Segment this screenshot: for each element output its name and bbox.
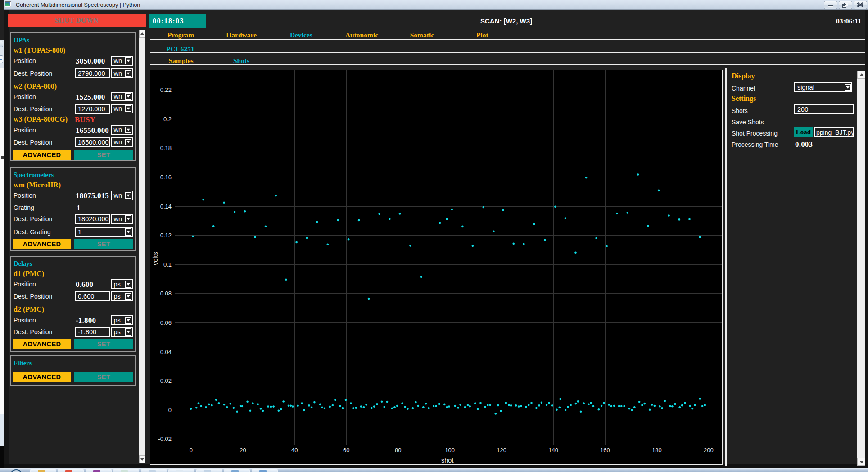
svg-text:0.12: 0.12 <box>160 232 172 239</box>
svg-text:180: 180 <box>652 447 662 454</box>
svg-text:0.18: 0.18 <box>160 145 172 151</box>
svg-text:0.22: 0.22 <box>160 86 172 93</box>
svg-text:0.02: 0.02 <box>160 377 172 384</box>
svg-text:140: 140 <box>548 447 558 454</box>
svg-text:0: 0 <box>168 407 172 413</box>
svg-text:0: 0 <box>190 447 193 454</box>
svg-text:-0.02: -0.02 <box>158 436 172 442</box>
svg-text:0.04: 0.04 <box>160 349 172 355</box>
svg-text:160: 160 <box>600 447 610 454</box>
svg-text:0.16: 0.16 <box>160 174 172 181</box>
svg-text:100: 100 <box>445 447 455 454</box>
svg-text:0.2: 0.2 <box>163 116 172 123</box>
svg-text:20: 20 <box>240 447 246 454</box>
svg-text:0.1: 0.1 <box>163 261 172 268</box>
svg-text:80: 80 <box>395 447 401 454</box>
svg-text:0.14: 0.14 <box>160 203 172 210</box>
svg-text:200: 200 <box>704 447 714 454</box>
svg-text:60: 60 <box>343 447 349 454</box>
svg-text:120: 120 <box>497 447 506 454</box>
svg-text:40: 40 <box>291 447 298 454</box>
svg-text:0.06: 0.06 <box>160 319 172 326</box>
svg-text:0.08: 0.08 <box>160 290 172 297</box>
